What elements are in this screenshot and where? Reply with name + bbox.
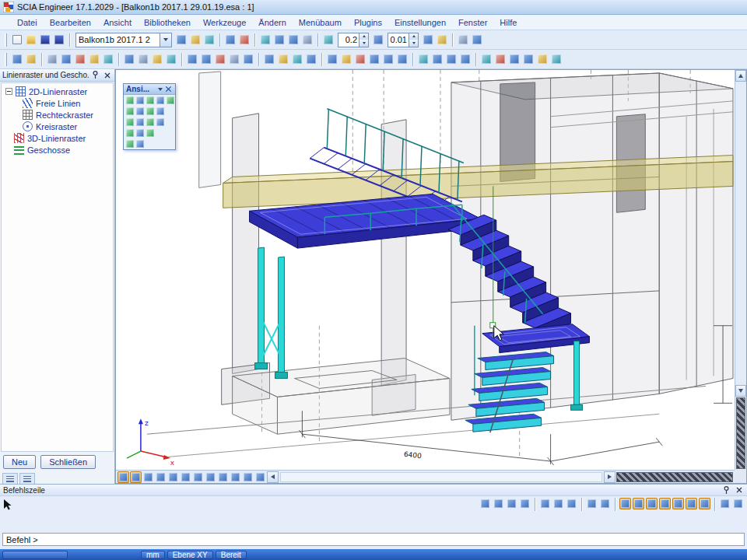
pan-view-icon[interactable]: [135, 96, 145, 105]
polyline-icon[interactable]: [539, 498, 551, 509]
shaded-mode-icon[interactable]: [167, 471, 179, 483]
tree-item-3d-linienraster[interactable]: 3D-Linienraster: [3, 132, 111, 144]
column-icon[interactable]: [74, 53, 86, 65]
refresh-icon[interactable]: [436, 33, 448, 46]
menu-item-bearbeiten[interactable]: Bearbeiten: [44, 16, 97, 29]
new-button[interactable]: Neu: [3, 455, 36, 469]
snap-endpoint-icon[interactable]: [646, 498, 658, 509]
select-polygon-icon[interactable]: [340, 53, 352, 65]
dimension-icon[interactable]: [494, 53, 507, 65]
render-options-icon[interactable]: [254, 471, 266, 483]
snap-node-icon[interactable]: [659, 498, 671, 509]
measure-icon[interactable]: [480, 53, 493, 65]
solver-icon[interactable]: [277, 53, 289, 65]
break-icon[interactable]: [445, 53, 458, 65]
grid-snap-cmd-icon[interactable]: [599, 498, 611, 509]
render-params-icon[interactable]: [146, 128, 155, 138]
dimension-tools-icon[interactable]: [25, 53, 37, 65]
save-all-icon[interactable]: [53, 33, 65, 46]
scroll-up-icon[interactable]: [735, 70, 746, 82]
layers-vp-icon[interactable]: [242, 471, 254, 483]
view-next-icon[interactable]: [156, 107, 165, 116]
named-views-icon[interactable]: [230, 471, 241, 483]
tree-item-geschosse[interactable]: Geschosse: [3, 144, 111, 156]
line-tool-icon[interactable]: [11, 53, 23, 65]
axonometry-icon[interactable]: [156, 117, 165, 127]
cursor-snap-icon[interactable]: [372, 33, 384, 46]
palette-close-icon[interactable]: [164, 85, 173, 93]
close-button[interactable]: Schließen: [40, 455, 96, 469]
tree-item-rechteckraster[interactable]: Rechteckraster: [3, 109, 111, 121]
snap-arc-icon[interactable]: [699, 498, 710, 509]
surface-load-icon[interactable]: [242, 53, 254, 65]
deformation-icon[interactable]: [291, 53, 303, 65]
view-activity-icon[interactable]: [135, 139, 145, 149]
menu-item-hilfe[interactable]: Hilfe: [493, 16, 523, 29]
zoom-out-icon[interactable]: [156, 96, 165, 105]
extend-icon[interactable]: [431, 53, 444, 65]
wireframe-icon[interactable]: [135, 128, 145, 138]
layers-icon[interactable]: [457, 33, 469, 46]
activity-icon[interactable]: [471, 33, 483, 46]
project-combo[interactable]: Balkon1b 2017.1 2: [75, 33, 172, 47]
save-icon[interactable]: [39, 33, 51, 46]
tree-item-kreisraster[interactable]: Kreisraster: [3, 121, 111, 132]
ortho-mode-icon[interactable]: [536, 53, 549, 65]
spinner-arrows-icon[interactable]: [409, 33, 418, 47]
close-polygon-icon[interactable]: [566, 498, 577, 509]
select-icon[interactable]: [326, 53, 338, 65]
selection-cursor-icon[interactable]: [3, 499, 12, 510]
view-previous-icon[interactable]: [146, 107, 155, 116]
snap-ortho-icon[interactable]: [686, 498, 697, 509]
horizontal-scroll-thumb[interactable]: [616, 472, 733, 482]
join-icon[interactable]: [459, 53, 472, 65]
arbitrary-member-icon[interactable]: [165, 53, 177, 65]
mesh-icon[interactable]: [263, 53, 275, 65]
snap-step-spinner[interactable]: 0.2: [338, 33, 369, 47]
hidden-line-icon[interactable]: [180, 471, 191, 483]
menu-item-werkzeuge[interactable]: Werkzeuge: [197, 16, 252, 29]
menu-item-fenster[interactable]: Fenster: [452, 16, 493, 29]
concrete-structure[interactable]: [147, 72, 733, 457]
toolbar-grip[interactable]: [5, 53, 7, 66]
tree-item-2d-linienraster[interactable]: 2D-Linienraster: [3, 86, 111, 97]
hinge-icon[interactable]: [200, 53, 212, 65]
menu-item-plugins[interactable]: Plugins: [348, 16, 388, 29]
check-structure-icon[interactable]: [273, 33, 286, 46]
palette-menu-icon[interactable]: [158, 88, 163, 91]
point-load-icon[interactable]: [214, 53, 226, 65]
menu-item-aendern[interactable]: Ändern: [252, 16, 292, 29]
copy-multiple-icon[interactable]: [368, 53, 381, 65]
paste-icon[interactable]: [238, 33, 251, 46]
trim-icon[interactable]: [417, 53, 430, 65]
view-side-icon[interactable]: [135, 117, 145, 127]
zoom-select-icon[interactable]: [322, 33, 335, 46]
tree-item-freie-linien[interactable]: Freie Linien: [3, 97, 111, 109]
view-top-icon[interactable]: [146, 117, 155, 127]
redo-icon[interactable]: [203, 33, 216, 46]
engineering-report-icon[interactable]: [301, 33, 314, 46]
open-project-icon[interactable]: [25, 33, 37, 46]
snap-settings-icon[interactable]: [719, 498, 731, 509]
opening-icon[interactable]: [123, 53, 135, 65]
close-icon[interactable]: [734, 485, 744, 495]
screenshot-icon[interactable]: [142, 471, 154, 483]
rotation-scroll-thumb[interactable]: [736, 397, 745, 469]
close-project-icon[interactable]: [175, 33, 188, 46]
snap-intersection-icon[interactable]: [633, 498, 644, 509]
zoom-selection-icon[interactable]: [135, 107, 145, 116]
rotate-view-icon[interactable]: [125, 96, 135, 105]
subregion-icon[interactable]: [137, 53, 149, 65]
combo-dropdown-icon[interactable]: [160, 33, 171, 47]
scroll-right-icon[interactable]: [604, 471, 615, 483]
menu-item-menuebaum[interactable]: Menübaum: [293, 16, 348, 29]
calculator-icon[interactable]: [259, 33, 272, 46]
text-note-icon[interactable]: [508, 53, 521, 65]
view-front-icon[interactable]: [125, 117, 135, 127]
cancel-draw-icon[interactable]: [519, 498, 531, 509]
scroll-left-icon[interactable]: [267, 471, 279, 483]
panel-tab-tree[interactable]: [2, 473, 18, 484]
undo-icon[interactable]: [189, 33, 202, 46]
zoom-in-icon[interactable]: [146, 96, 155, 105]
horizontal-scroll-track[interactable]: [280, 472, 602, 482]
